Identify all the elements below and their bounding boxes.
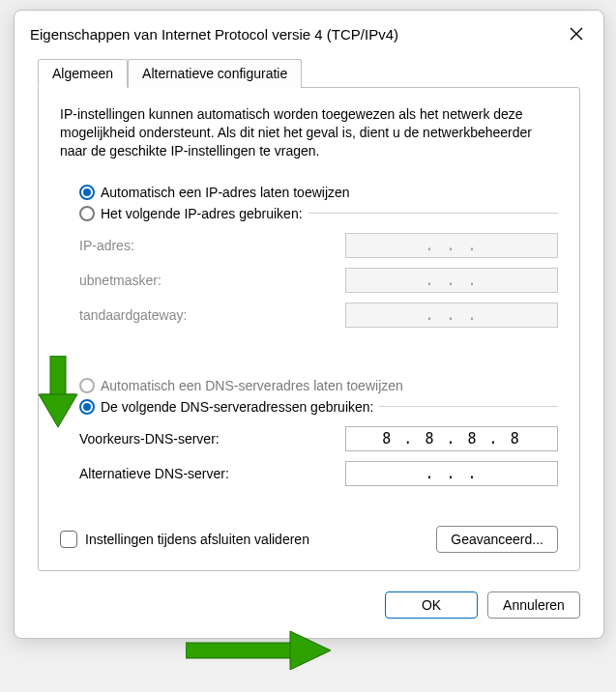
tab-panel: IP-instellingen kunnen automatisch worde… <box>38 87 580 571</box>
ip-address-label: IP-adres: <box>79 238 345 253</box>
radio-icon <box>79 378 95 393</box>
radio-dns-manual-label: De volgende DNS-serveradressen gebruiken… <box>101 399 373 415</box>
intro-text: IP-instellingen kunnen automatisch worde… <box>60 105 558 160</box>
ipv4-properties-dialog: Eigenschappen van Internet Protocol vers… <box>14 10 604 639</box>
ip-address-field[interactable]: . . . <box>345 233 558 258</box>
advanced-button[interactable]: Geavanceerd... <box>436 526 558 553</box>
radio-dns-manual[interactable]: De volgende DNS-serveradressen gebruiken… <box>79 396 373 418</box>
svg-rect-1 <box>186 643 292 658</box>
preferred-dns-field[interactable]: 8 . 8 . 8 . 8 <box>345 426 558 451</box>
cancel-button[interactable]: Annuleren <box>487 591 580 619</box>
preferred-dns-label: Voorkeurs-DNS-server: <box>79 431 345 447</box>
radio-icon <box>79 185 95 200</box>
radio-icon <box>79 399 95 415</box>
alternate-dns-field[interactable]: . . . <box>345 461 558 486</box>
tab-alternate[interactable]: Alternatieve configuratie <box>128 59 302 88</box>
validate-label: Instellingen tijdens afsluiten valideren <box>85 532 309 547</box>
titlebar: Eigenschappen van Internet Protocol vers… <box>15 11 603 55</box>
default-gateway-field[interactable]: . . . <box>345 303 558 328</box>
radio-dns-auto-label: Automatisch een DNS-serveradres laten to… <box>101 378 403 393</box>
validate-checkbox[interactable] <box>60 531 77 548</box>
close-icon <box>570 27 583 41</box>
alternate-dns-label: Alternatieve DNS-server: <box>79 466 345 481</box>
dialog-footer: OK Annuleren <box>15 588 603 638</box>
radio-ip-manual[interactable]: Het volgende IP-adres gebruiken: <box>79 203 303 224</box>
tabstrip: Algemeen Alternatieve configuratie <box>38 59 580 88</box>
dns-group: Automatisch een DNS-serveradres laten to… <box>60 375 558 501</box>
tab-general[interactable]: Algemeen <box>38 59 128 88</box>
ok-button[interactable]: OK <box>385 591 478 619</box>
default-gateway-label: tandaardgateway: <box>79 307 345 323</box>
radio-ip-auto-label: Automatisch een IP-adres laten toewijzen <box>101 185 350 200</box>
validate-row: Instellingen tijdens afsluiten valideren… <box>60 526 558 553</box>
subnet-mask-field[interactable]: . . . <box>345 268 558 293</box>
radio-icon <box>79 206 95 221</box>
radio-ip-auto[interactable]: Automatisch een IP-adres laten toewijzen <box>60 182 558 203</box>
radio-dns-auto[interactable]: Automatisch een DNS-serveradres laten to… <box>60 375 558 396</box>
close-button[interactable] <box>563 20 590 47</box>
radio-ip-manual-label: Het volgende IP-adres gebruiken: <box>101 206 303 221</box>
ip-address-group: Automatisch een IP-adres laten toewijzen… <box>60 182 558 342</box>
subnet-mask-label: ubnetmasker: <box>79 273 345 288</box>
dialog-title: Eigenschappen van Internet Protocol vers… <box>30 26 563 43</box>
